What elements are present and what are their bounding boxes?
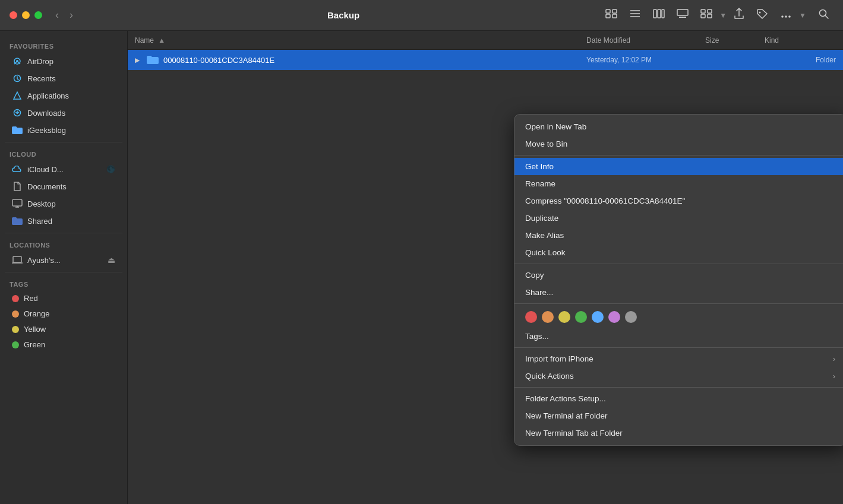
cm-item-rename[interactable]: Rename bbox=[514, 175, 843, 192]
sidebar-section-icloud: iCloud bbox=[0, 146, 127, 160]
cm-item-share[interactable]: Share... bbox=[514, 284, 843, 301]
view-columns-button[interactable] bbox=[648, 7, 670, 24]
cm-tag-orange[interactable] bbox=[542, 311, 554, 323]
svg-rect-28 bbox=[12, 199, 22, 206]
cm-item-import-from-iphone[interactable]: Import from iPhone › bbox=[514, 350, 843, 367]
more-options-button[interactable] bbox=[775, 7, 797, 24]
sidebar-section-tags: Tags bbox=[0, 276, 127, 290]
group-button[interactable] bbox=[696, 7, 717, 24]
minimize-button[interactable] bbox=[22, 11, 30, 19]
cm-tag-gray[interactable] bbox=[625, 311, 637, 323]
view-gallery-button[interactable] bbox=[672, 7, 693, 24]
cm-tag-purple[interactable] bbox=[608, 311, 620, 323]
sidebar-item-documents[interactable]: Documents bbox=[2, 178, 125, 195]
sidebar-item-igeeksblog[interactable]: iGeeksblog bbox=[2, 122, 125, 138]
svg-rect-15 bbox=[708, 9, 712, 13]
cm-label: Tags... bbox=[525, 332, 549, 341]
svg-rect-13 bbox=[684, 17, 686, 18]
cm-tag-yellow[interactable] bbox=[558, 311, 570, 323]
cm-item-new-terminal-tab-folder[interactable]: New Terminal Tab at Folder bbox=[514, 424, 843, 442]
cm-item-get-info[interactable]: Get Info bbox=[514, 158, 843, 175]
window-title: Backup bbox=[86, 10, 601, 20]
sidebar-item-label: Applications bbox=[27, 91, 69, 100]
sidebar-item-desktop[interactable]: Desktop bbox=[2, 195, 125, 212]
airdrop-icon bbox=[12, 56, 23, 66]
recents-icon bbox=[12, 73, 23, 84]
svg-rect-0 bbox=[606, 9, 610, 13]
cm-label: Copy bbox=[525, 271, 544, 280]
sidebar-item-label: Green bbox=[24, 340, 45, 349]
maximize-button[interactable] bbox=[34, 11, 42, 19]
sidebar-item-tag-yellow[interactable]: Yellow bbox=[2, 322, 125, 337]
cm-tag-green[interactable] bbox=[575, 311, 587, 323]
cm-item-tags[interactable]: Tags... bbox=[514, 328, 843, 345]
svg-rect-11 bbox=[679, 17, 681, 18]
sidebar-item-label: Desktop bbox=[27, 199, 56, 208]
sidebar-item-tag-orange[interactable]: Orange bbox=[2, 306, 125, 321]
laptop-icon bbox=[12, 255, 23, 265]
sidebar-item-shared[interactable]: Shared bbox=[2, 213, 125, 229]
main-content: Favourites AirDrop Recents bbox=[0, 31, 843, 504]
sidebar-item-tag-green[interactable]: Green bbox=[2, 337, 125, 352]
cm-item-compress[interactable]: Compress "00008110-00061CDC3A84401E" bbox=[514, 192, 843, 210]
cm-divider-2 bbox=[514, 264, 843, 264]
downloads-icon bbox=[12, 107, 23, 118]
sidebar-item-applications[interactable]: Applications bbox=[2, 87, 125, 104]
sidebar-item-label: AirDrop bbox=[27, 57, 53, 66]
cm-divider-1 bbox=[514, 155, 843, 156]
cm-label: Move to Bin bbox=[525, 140, 567, 148]
sidebar-item-label: Ayush's... bbox=[27, 256, 61, 265]
cm-label: Import from iPhone bbox=[525, 354, 593, 363]
back-button[interactable]: ‹ bbox=[52, 8, 62, 23]
titlebar: ‹ › Backup bbox=[0, 0, 843, 31]
view-list-button[interactable] bbox=[624, 7, 646, 24]
cm-item-duplicate[interactable]: Duplicate bbox=[514, 210, 843, 227]
sidebar-section-favourites: Favourites bbox=[0, 38, 127, 52]
tag-button[interactable] bbox=[752, 6, 773, 24]
cm-label: Rename bbox=[525, 179, 555, 188]
sidebar-item-label: iGeeksblog bbox=[27, 126, 66, 135]
share-button[interactable] bbox=[729, 5, 749, 25]
forward-button[interactable]: › bbox=[66, 8, 77, 23]
sidebar-item-ayush[interactable]: Ayush's... ⏏ bbox=[2, 252, 125, 268]
tag-yellow-dot bbox=[12, 326, 19, 333]
cm-label: Open in New Tab bbox=[525, 122, 586, 131]
sidebar-item-downloads[interactable]: Downloads bbox=[2, 104, 125, 121]
sidebar-item-label: Orange bbox=[24, 309, 49, 318]
cm-item-quick-look[interactable]: Quick Look bbox=[514, 244, 843, 261]
view-grid-button[interactable] bbox=[601, 7, 622, 24]
icloud-drive-icon bbox=[12, 164, 23, 175]
sidebar-item-airdrop[interactable]: AirDrop bbox=[2, 53, 125, 69]
context-menu-overlay[interactable]: Open in New Tab Move to Bin Get Info Ren… bbox=[128, 31, 843, 504]
cm-divider-4 bbox=[514, 347, 843, 348]
close-button[interactable] bbox=[10, 11, 17, 19]
cm-item-quick-actions[interactable]: Quick Actions › bbox=[514, 367, 843, 385]
cm-label: New Terminal Tab at Folder bbox=[525, 429, 623, 438]
svg-point-19 bbox=[781, 15, 784, 18]
sidebar-item-icloud-drive[interactable]: iCloud D... 🌑 bbox=[2, 161, 125, 177]
cm-item-folder-actions-setup[interactable]: Folder Actions Setup... bbox=[514, 390, 843, 407]
cm-item-open-new-tab[interactable]: Open in New Tab bbox=[514, 118, 843, 135]
cm-item-make-alias[interactable]: Make Alias bbox=[514, 227, 843, 244]
svg-rect-16 bbox=[701, 14, 705, 18]
cm-label: Quick Actions bbox=[525, 372, 574, 381]
sidebar-divider-1 bbox=[5, 142, 122, 142]
cm-item-copy[interactable]: Copy bbox=[514, 267, 843, 284]
svg-line-23 bbox=[826, 16, 829, 19]
sidebar-item-recents[interactable]: Recents bbox=[2, 70, 125, 87]
cm-tag-blue[interactable] bbox=[592, 311, 604, 323]
nav-buttons: ‹ › bbox=[52, 8, 77, 23]
folder-icon bbox=[12, 125, 23, 135]
cm-label: Make Alias bbox=[525, 231, 564, 240]
tag-orange-dot bbox=[12, 310, 19, 318]
documents-icon bbox=[12, 181, 23, 192]
sidebar-item-tag-red[interactable]: Red bbox=[2, 291, 125, 306]
cm-item-move-to-bin[interactable]: Move to Bin bbox=[514, 135, 843, 153]
sidebar-item-label: iCloud D... bbox=[27, 165, 64, 174]
search-button[interactable] bbox=[813, 6, 833, 24]
cm-tag-red[interactable] bbox=[525, 311, 537, 323]
tag-red-dot bbox=[12, 295, 19, 302]
cm-item-new-terminal-folder[interactable]: New Terminal at Folder bbox=[514, 407, 843, 424]
cm-label: Folder Actions Setup... bbox=[525, 394, 606, 403]
cm-divider-3 bbox=[514, 303, 843, 304]
